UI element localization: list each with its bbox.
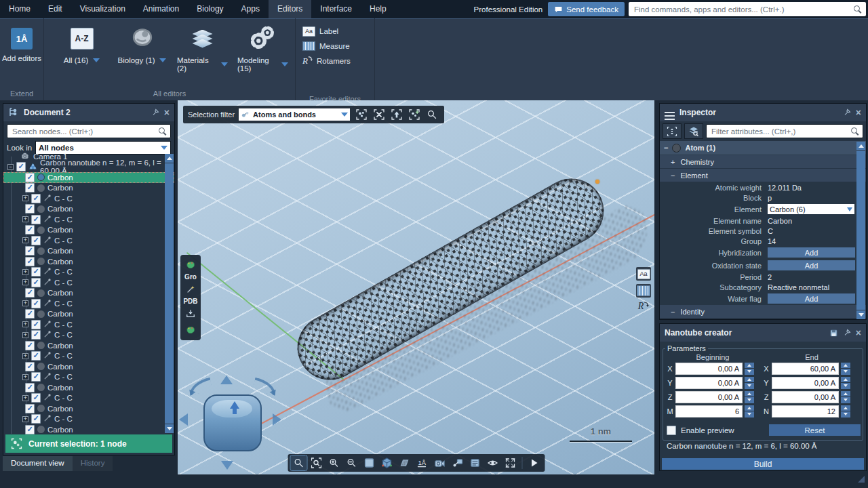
visibility-checkbox[interactable]: ✓ bbox=[31, 267, 41, 277]
favorite-editor-rotamers[interactable]: RRotamers bbox=[302, 54, 374, 68]
menu-item-biology[interactable]: Biology bbox=[188, 0, 232, 18]
zoom-out-icon[interactable] bbox=[343, 455, 359, 470]
save-icon[interactable] bbox=[829, 329, 838, 338]
pan-down-icon[interactable] bbox=[221, 461, 233, 470]
favorite-editor-label[interactable]: AaLabel bbox=[302, 24, 374, 39]
navigation-cube-icon[interactable] bbox=[378, 455, 395, 470]
menu-item-help[interactable]: Help bbox=[361, 0, 395, 18]
document-view-icon[interactable] bbox=[467, 455, 483, 470]
visibility-checkbox[interactable]: ✓ bbox=[16, 162, 26, 171]
param-input-z[interactable]: 0,00 A bbox=[675, 391, 743, 403]
selection-filter-dropdown[interactable]: Atoms and bonds bbox=[239, 108, 350, 121]
editor-button-modeling[interactable]: Modeling (15) bbox=[237, 25, 288, 73]
tree-item-atom[interactable]: ✓Carbon bbox=[3, 204, 174, 215]
resize-grip[interactable] bbox=[858, 476, 865, 483]
build-button[interactable]: Build bbox=[662, 458, 864, 470]
samson-export-icon[interactable] bbox=[183, 323, 198, 338]
pdb-download-icon[interactable] bbox=[183, 306, 198, 321]
scroll-up-icon[interactable] bbox=[165, 154, 174, 163]
send-feedback-button[interactable]: Send feedback bbox=[548, 2, 625, 16]
expand-icon[interactable]: + bbox=[22, 353, 28, 359]
node-search[interactable] bbox=[7, 124, 171, 138]
collapse-icon[interactable]: − bbox=[7, 164, 14, 170]
tree-item-atom[interactable]: ✓Carbon bbox=[3, 172, 174, 183]
spinner-x[interactable] bbox=[841, 363, 850, 375]
tree-item-bond[interactable]: +✓C - C bbox=[3, 193, 174, 204]
pin-icon[interactable] bbox=[151, 108, 159, 117]
scroll-down-icon[interactable] bbox=[856, 310, 865, 319]
spinner-x[interactable] bbox=[745, 363, 754, 375]
chevron-down-icon[interactable] bbox=[159, 58, 166, 62]
close-icon[interactable]: × bbox=[164, 108, 170, 117]
visibility-checkbox[interactable]: ✓ bbox=[31, 278, 41, 287]
gro-wand-icon[interactable] bbox=[183, 282, 198, 297]
tab-history[interactable]: History bbox=[73, 456, 113, 471]
fit-selection-icon[interactable] bbox=[663, 123, 682, 139]
menu-item-home[interactable]: Home bbox=[0, 0, 39, 18]
visibility-checkbox[interactable]: ✓ bbox=[31, 351, 41, 361]
inspector-subsection-element[interactable]: −Element bbox=[660, 169, 866, 182]
add-button[interactable]: Add bbox=[768, 260, 855, 270]
chevron-down-icon[interactable] bbox=[221, 62, 228, 66]
editor-button-materials[interactable]: Materials (2) bbox=[177, 25, 228, 73]
param-input-y[interactable]: 0,00 A bbox=[772, 377, 839, 389]
visibility-checkbox[interactable]: ✓ bbox=[25, 288, 35, 298]
clear-selection-icon[interactable] bbox=[372, 107, 387, 122]
visibility-checkbox[interactable]: ✓ bbox=[25, 225, 35, 235]
menu-item-animation[interactable]: Animation bbox=[134, 0, 188, 18]
add-button[interactable]: Add bbox=[768, 293, 855, 304]
expander-icon[interactable]: + bbox=[671, 158, 675, 166]
param-input-m[interactable]: 6 bbox=[675, 405, 743, 418]
visibility-checkbox[interactable]: ✓ bbox=[31, 215, 41, 224]
visibility-checkbox[interactable]: ✓ bbox=[31, 194, 41, 203]
visibility-checkbox[interactable]: ✓ bbox=[25, 362, 35, 371]
tree-item-atom[interactable]: ✓Carbon bbox=[3, 256, 174, 267]
command-search[interactable] bbox=[629, 2, 866, 16]
raise-selection-icon[interactable] bbox=[389, 107, 404, 122]
rotate-left-icon[interactable] bbox=[187, 378, 212, 396]
visibility-checkbox[interactable]: ✓ bbox=[31, 299, 41, 308]
visibility-checkbox[interactable]: ✓ bbox=[25, 404, 35, 413]
spinner-y[interactable] bbox=[841, 377, 850, 389]
visibility-checkbox[interactable]: ✓ bbox=[25, 204, 35, 214]
visibility-checkbox[interactable]: ✓ bbox=[25, 183, 35, 192]
menu-item-apps[interactable]: Apps bbox=[233, 0, 269, 18]
expand-icon[interactable]: + bbox=[22, 321, 28, 327]
zoom-region-icon[interactable] bbox=[308, 455, 324, 470]
expand-icon[interactable]: + bbox=[22, 416, 28, 422]
expand-icon[interactable]: + bbox=[22, 332, 28, 338]
tab-document-view[interactable]: Document view bbox=[3, 456, 73, 471]
spinner-z[interactable] bbox=[745, 391, 754, 403]
tree-item-atom[interactable]: ✓Carbon bbox=[3, 382, 174, 393]
menu-item-editors[interactable]: Editors bbox=[269, 0, 311, 18]
visibility-checkbox[interactable]: ✓ bbox=[31, 393, 41, 403]
param-input-x[interactable]: 60,00 A bbox=[772, 363, 839, 375]
orientation-cube[interactable] bbox=[203, 394, 262, 451]
visibility-checkbox[interactable]: ✓ bbox=[25, 309, 35, 319]
param-input-x[interactable]: 0,00 A bbox=[675, 363, 743, 375]
highlighted-atom[interactable] bbox=[595, 180, 599, 184]
expand-icon[interactable]: + bbox=[22, 300, 28, 306]
tree-item-bond[interactable]: +✓C - C bbox=[3, 267, 174, 278]
command-search-input[interactable] bbox=[633, 5, 853, 14]
tree-item-bond[interactable]: +✓C - C bbox=[3, 351, 174, 362]
tree-scrollbar[interactable] bbox=[165, 154, 174, 433]
tree-item-bond[interactable]: +✓C - C bbox=[3, 372, 174, 383]
expander-icon[interactable]: − bbox=[671, 171, 675, 180]
visibility-checkbox[interactable]: ✓ bbox=[31, 414, 41, 424]
expand-icon[interactable]: + bbox=[22, 195, 28, 201]
tree-item-atom[interactable]: ✓Carbon bbox=[3, 403, 174, 414]
inspector-subsection-identity[interactable]: −Identity bbox=[660, 305, 866, 319]
editor-button-all[interactable]: A-ZAll (16) bbox=[56, 25, 107, 73]
background-icon[interactable] bbox=[361, 455, 377, 470]
param-input-z[interactable]: 0,00 A bbox=[772, 391, 839, 403]
param-input-n[interactable]: 12 bbox=[772, 405, 839, 418]
pan-up-icon[interactable] bbox=[220, 375, 233, 384]
tree-item-bond[interactable]: +✓C - C bbox=[3, 319, 174, 330]
chevron-down-icon[interactable] bbox=[281, 62, 288, 66]
visibility-checkbox[interactable]: ✓ bbox=[31, 236, 41, 245]
tree-item-atom[interactable]: ✓Carbon bbox=[3, 309, 174, 320]
grow-selection-icon[interactable] bbox=[407, 107, 422, 122]
zoom-in-icon[interactable] bbox=[326, 455, 342, 470]
element-dropdown[interactable]: Carbon (6) bbox=[768, 204, 854, 214]
